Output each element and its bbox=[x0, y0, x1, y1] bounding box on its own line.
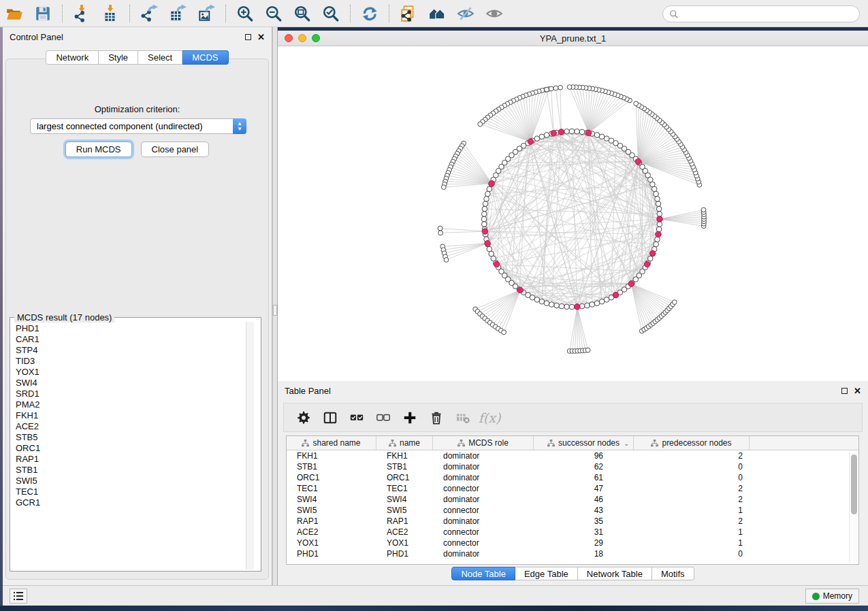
gear-icon[interactable] bbox=[295, 409, 312, 427]
float-panel-icon[interactable] bbox=[245, 34, 251, 40]
cell-MCDS-role: dominator bbox=[433, 494, 534, 505]
column-header-successor-nodes[interactable]: successor nodes⌄ bbox=[534, 436, 634, 450]
select-all-icon[interactable] bbox=[348, 409, 366, 427]
mcds-result-item[interactable]: TEC1 bbox=[11, 486, 246, 497]
cell-MCDS-role: connector bbox=[433, 538, 534, 548]
zoom-in-icon[interactable] bbox=[235, 3, 255, 24]
tab-network-table[interactable]: Network Table bbox=[578, 567, 652, 580]
refresh-view-icon[interactable] bbox=[359, 3, 380, 24]
search-input[interactable] bbox=[679, 10, 859, 19]
mcds-result-item[interactable]: SWI5 bbox=[11, 476, 246, 486]
table-row[interactable]: FKH1FKH1dominator962 bbox=[287, 450, 858, 461]
table-row[interactable]: TEC1TEC1connector472 bbox=[287, 483, 858, 494]
open-session-icon[interactable] bbox=[4, 3, 25, 24]
mcds-result-item[interactable]: SRD1 bbox=[11, 389, 246, 399]
mcds-result-item[interactable]: GCR1 bbox=[11, 497, 246, 508]
hierarchy-icon bbox=[302, 440, 309, 447]
run-mcds-button[interactable]: Run MCDS bbox=[65, 142, 132, 157]
mcds-list-scrollbar[interactable] bbox=[246, 322, 254, 569]
cell-MCDS-role: connector bbox=[433, 483, 534, 494]
mcds-result-item[interactable]: RAP1 bbox=[11, 454, 246, 465]
search-icon bbox=[669, 10, 679, 19]
vertical-splitter[interactable] bbox=[272, 27, 278, 585]
cell-predecessor-nodes: 2 bbox=[634, 516, 750, 527]
table-row[interactable]: SWI5SWI5connector431 bbox=[287, 505, 858, 516]
table-row[interactable]: SWI4SWI4dominator462 bbox=[287, 494, 858, 505]
dropdown-stepper-icon: ▲▼ bbox=[233, 118, 246, 134]
search-box[interactable] bbox=[662, 5, 860, 22]
mcds-result-item[interactable]: ORC1 bbox=[11, 443, 246, 454]
mcds-result-item[interactable]: FKH1 bbox=[11, 410, 246, 421]
tab-style[interactable]: Style bbox=[99, 50, 138, 65]
mcds-result-item[interactable]: STP4 bbox=[11, 345, 246, 356]
table-panel: Table Panel ✕ f(x) shared namenameMCDS r… bbox=[278, 381, 868, 585]
table-row[interactable]: STB1STB1dominator620 bbox=[287, 461, 858, 472]
close-panel-icon[interactable]: ✕ bbox=[257, 34, 265, 40]
close-panel-button[interactable]: Close panel bbox=[141, 142, 210, 157]
column-header-predecessor-nodes[interactable]: predecessor nodes bbox=[634, 436, 750, 450]
task-history-button[interactable] bbox=[10, 589, 27, 604]
table-row[interactable]: ACE2ACE2connector311 bbox=[287, 527, 858, 538]
table-row[interactable]: ORC1ORC1dominator610 bbox=[287, 472, 858, 483]
mcds-result-list[interactable]: PHD1CAR1STP4TID3YOX1SWI4SRD1PMA2FKH1ACE2… bbox=[11, 323, 246, 568]
float-table-panel-icon[interactable] bbox=[841, 388, 848, 394]
column-header-shared-name[interactable]: shared name bbox=[287, 436, 376, 450]
cell-shared-name: YOX1 bbox=[287, 538, 376, 548]
export-network-icon[interactable] bbox=[139, 3, 159, 24]
show-graphics-details-icon[interactable] bbox=[484, 3, 504, 24]
cell-successor-nodes: 29 bbox=[534, 538, 634, 548]
toolbar-separator bbox=[225, 5, 226, 22]
mcds-result-item[interactable]: PHD1 bbox=[11, 323, 246, 334]
mcds-result-item[interactable]: STB1 bbox=[11, 465, 246, 476]
control-panel-title: Control Panel bbox=[10, 32, 63, 42]
tab-select[interactable]: Select bbox=[138, 50, 182, 65]
table-row[interactable]: RAP1RAP1dominator352 bbox=[287, 516, 858, 527]
table-body: FKH1FKH1dominator962STB1STB1dominator620… bbox=[287, 450, 858, 559]
cell-predecessor-nodes: 0 bbox=[634, 461, 750, 472]
table-row[interactable]: YOX1YOX1connector291 bbox=[287, 538, 858, 548]
mcds-result-item[interactable]: ACE2 bbox=[11, 421, 246, 432]
export-table-icon[interactable] bbox=[167, 3, 188, 24]
network-from-file-icon[interactable] bbox=[398, 3, 419, 24]
table-scrollbar-thumb[interactable] bbox=[851, 455, 857, 514]
network-window-titlebar: YPA_prune.txt_1 bbox=[278, 31, 868, 46]
zoom-selected-icon[interactable] bbox=[321, 3, 341, 24]
import-network-icon[interactable] bbox=[71, 3, 92, 24]
tab-motifs[interactable]: Motifs bbox=[652, 567, 694, 580]
zoom-fit-icon[interactable] bbox=[292, 3, 312, 24]
table-scrollbar[interactable] bbox=[849, 452, 857, 563]
criterion-dropdown[interactable]: largest connected component (undirected)… bbox=[30, 118, 246, 134]
deselect-all-icon[interactable] bbox=[374, 409, 392, 427]
close-table-panel-icon[interactable]: ✕ bbox=[854, 388, 861, 394]
tab-node-table[interactable]: Node Table bbox=[451, 567, 515, 580]
table-row[interactable]: PHD1PHD1dominator180 bbox=[287, 548, 858, 559]
splitter-handle[interactable] bbox=[273, 305, 277, 316]
mcds-result-item[interactable]: PMA2 bbox=[11, 399, 246, 410]
column-selector-icon[interactable] bbox=[321, 409, 339, 427]
tab-network[interactable]: Network bbox=[46, 50, 99, 65]
import-table-icon[interactable] bbox=[100, 3, 120, 24]
mcds-result-item[interactable]: CAR1 bbox=[11, 334, 246, 345]
mcds-result-item[interactable]: TID3 bbox=[11, 356, 246, 367]
network-canvas[interactable] bbox=[278, 46, 868, 381]
mcds-result-item[interactable]: YOX1 bbox=[11, 367, 246, 378]
tab-edge-table[interactable]: Edge Table bbox=[515, 567, 578, 580]
tab-mcds[interactable]: MCDS bbox=[182, 50, 228, 65]
memory-button[interactable]: Memory bbox=[805, 589, 859, 604]
zoom-out-icon[interactable] bbox=[263, 3, 284, 24]
trash-icon[interactable] bbox=[428, 409, 445, 427]
save-session-icon[interactable] bbox=[33, 3, 53, 24]
add-icon[interactable] bbox=[401, 409, 419, 427]
column-header-name[interactable]: name bbox=[376, 436, 433, 450]
cell-name: STB1 bbox=[376, 461, 433, 472]
hide-graphics-details-icon[interactable] bbox=[455, 3, 476, 24]
cell-predecessor-nodes: 2 bbox=[634, 494, 750, 505]
mcds-result-item[interactable]: SWI4 bbox=[11, 378, 246, 389]
homes-icon[interactable] bbox=[427, 3, 447, 24]
delete-table-icon bbox=[454, 409, 472, 427]
mcds-result-item[interactable]: STB5 bbox=[11, 432, 246, 443]
column-header-MCDS-role[interactable]: MCDS role bbox=[433, 436, 534, 450]
mcds-result-label: MCDS result (17 nodes) bbox=[14, 312, 114, 323]
export-image-icon[interactable] bbox=[196, 3, 216, 24]
cell-MCDS-role: dominator bbox=[433, 548, 534, 559]
